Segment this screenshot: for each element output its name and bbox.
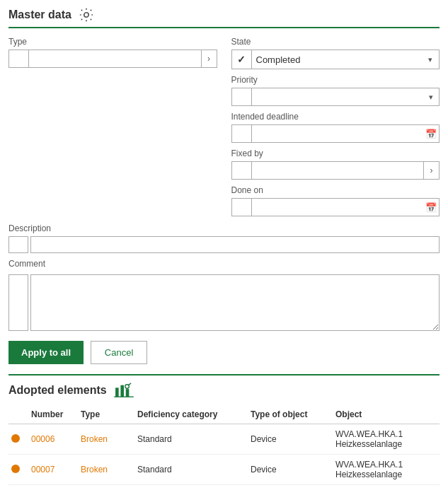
- svg-rect-1: [115, 388, 119, 397]
- priority-dropdown-btn[interactable]: ▾: [423, 88, 439, 105]
- state-field: ✓ Completed ▾: [231, 50, 440, 69]
- type-field-group: Type ›: [8, 37, 217, 68]
- master-data-header: Master data: [8, 7, 440, 28]
- fixed-by-field-group: Fixed by ›: [231, 148, 440, 180]
- apply-to-all-button[interactable]: Apply to all: [8, 341, 84, 364]
- row-1-object: WVA.WEA.HKA.1 Heizkesselanlage: [333, 428, 440, 450]
- fixed-by-field: ›: [231, 161, 440, 180]
- svg-point-0: [84, 13, 88, 17]
- col-header-type-of-object: Type of object: [248, 408, 333, 421]
- adopted-elements-table: Number Type Deficiency category Type of …: [8, 405, 440, 485]
- row-2-deficiency: Standard: [134, 463, 248, 476]
- row-2-type: Broken: [78, 463, 134, 476]
- state-check-icon: ✓: [232, 50, 252, 69]
- type-field: ›: [8, 50, 217, 68]
- svg-rect-2: [120, 385, 124, 397]
- done-on-field-group: Done on 📅: [231, 185, 440, 216]
- row-1-deficiency: Standard: [134, 433, 248, 446]
- row-1-number: 00006: [28, 433, 78, 446]
- comment-small-box: [8, 274, 28, 331]
- row-2-status: [8, 463, 28, 477]
- row-1-status: [8, 433, 28, 446]
- state-field-group: State ✓ Completed ▾: [231, 37, 440, 69]
- fixed-by-value: [252, 169, 424, 172]
- comment-field-group: Comment: [8, 259, 440, 331]
- intended-deadline-calendar-btn[interactable]: 📅: [423, 125, 439, 142]
- adopted-elements-header: Adopted elements: [8, 383, 440, 398]
- comment-label: Comment: [8, 259, 440, 269]
- type-small-box: [9, 50, 29, 67]
- state-value: Completed: [252, 50, 423, 69]
- table-row: 00007 Broken Standard Device WVA.WEA.HKA…: [8, 455, 440, 485]
- state-label: State: [231, 37, 440, 47]
- done-on-small-box: [232, 199, 252, 216]
- type-value: [29, 57, 201, 60]
- description-field-group: Description: [8, 223, 440, 253]
- cancel-button[interactable]: Cancel: [91, 341, 147, 364]
- state-dropdown-btn[interactable]: ▾: [422, 50, 439, 69]
- table-header: Number Type Deficiency category Type of …: [8, 405, 440, 424]
- description-label: Description: [8, 223, 440, 233]
- col-header-deficiency: Deficiency category: [134, 408, 248, 421]
- svg-line-6: [128, 383, 131, 385]
- done-on-label: Done on: [231, 185, 440, 195]
- description-input[interactable]: [30, 236, 440, 253]
- fixed-by-label: Fixed by: [231, 148, 440, 158]
- chart-icon[interactable]: [114, 383, 134, 398]
- fixed-by-small-box: [232, 162, 252, 179]
- page-title: Master data: [8, 8, 71, 21]
- intended-deadline-field-group: Intended deadline 📅: [231, 112, 440, 143]
- intended-deadline-value[interactable]: [252, 132, 424, 135]
- intended-deadline-field: 📅: [231, 124, 440, 143]
- form-grid: Type › State ✓ Completed ▾: [8, 37, 440, 216]
- adopted-elements-section: Adopted elements Number Type Deficiency …: [8, 374, 440, 485]
- button-row: Apply to all Cancel: [8, 341, 440, 364]
- col-header-object: Object: [333, 408, 440, 421]
- comment-field: [8, 274, 440, 331]
- priority-label: Priority: [231, 75, 440, 85]
- gear-icon[interactable]: [79, 7, 94, 23]
- priority-field-group: Priority ▾: [231, 75, 440, 106]
- col-header-type: Type: [78, 408, 134, 421]
- intended-deadline-label: Intended deadline: [231, 112, 440, 122]
- comment-textarea[interactable]: [30, 274, 440, 331]
- done-on-calendar-btn[interactable]: 📅: [423, 199, 439, 216]
- description-small-box: [8, 236, 28, 253]
- row-1-type-of-object: Device: [248, 433, 333, 446]
- col-header-status: [8, 408, 28, 421]
- row-1-type: Broken: [78, 433, 134, 446]
- fixed-by-arrow-btn[interactable]: ›: [423, 162, 439, 179]
- status-dot-orange: [11, 434, 20, 443]
- type-label: Type: [8, 37, 217, 47]
- table-row: 00006 Broken Standard Device WVA.WEA.HKA…: [8, 424, 440, 455]
- type-arrow-btn[interactable]: ›: [201, 50, 217, 67]
- row-2-number: 00007: [28, 463, 78, 476]
- status-dot-orange-2: [11, 465, 20, 473]
- right-column: State ✓ Completed ▾ Priority ▾ Intended …: [231, 37, 440, 216]
- done-on-value[interactable]: [252, 206, 424, 209]
- adopted-elements-title: Adopted elements: [8, 384, 107, 397]
- svg-rect-3: [125, 389, 129, 397]
- priority-small-box: [232, 88, 252, 105]
- priority-field: ▾: [231, 88, 440, 106]
- row-2-object: WVA.WEA.HKA.1 Heizkesselanlage: [333, 458, 440, 481]
- description-field: [8, 236, 440, 253]
- col-header-number: Number: [28, 408, 78, 421]
- row-2-type-of-object: Device: [248, 463, 333, 476]
- priority-value: [252, 95, 424, 98]
- intended-deadline-small-box: [232, 125, 252, 142]
- done-on-field: 📅: [231, 198, 440, 216]
- left-column: Type ›: [8, 37, 217, 216]
